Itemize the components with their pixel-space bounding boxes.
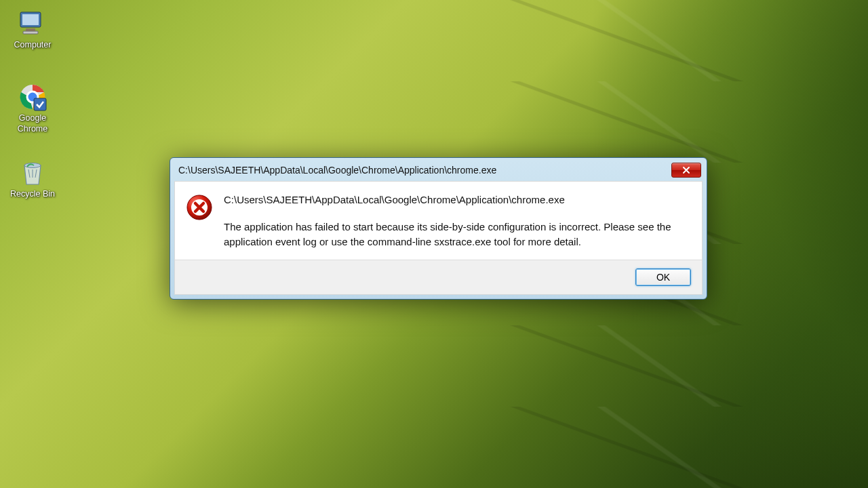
- error-icon: [186, 194, 213, 221]
- error-dialog: C:\Users\SAJEETH\AppData\Local\Google\Ch…: [170, 157, 707, 300]
- computer-icon: [16, 9, 49, 38]
- dialog-body: C:\Users\SAJEETH\AppData\Local\Google\Ch…: [174, 181, 703, 260]
- desktop[interactable]: Computer Google Chrome Recycle: [0, 0, 868, 488]
- close-button[interactable]: [671, 163, 701, 178]
- dialog-message-area: C:\Users\SAJEETH\AppData\Local\Google\Ch…: [224, 192, 688, 249]
- dialog-path-text: C:\Users\SAJEETH\AppData\Local\Google\Ch…: [224, 192, 688, 207]
- desktop-icon-computer[interactable]: Computer: [5, 9, 60, 51]
- desktop-icon-label: Computer: [5, 40, 60, 51]
- svg-rect-2: [26, 28, 35, 31]
- svg-rect-1: [22, 14, 39, 25]
- chrome-icon: [16, 83, 49, 111]
- dialog-title: C:\Users\SAJEETH\AppData\Local\Google\Ch…: [178, 165, 671, 176]
- dialog-message-text: The application has failed to start beca…: [224, 220, 688, 249]
- dialog-button-row: OK: [174, 260, 703, 295]
- svg-rect-3: [23, 31, 38, 34]
- desktop-icon-label: Google Chrome: [5, 113, 60, 134]
- desktop-icon-label: Recycle Bin: [5, 189, 60, 200]
- close-icon: [682, 166, 690, 174]
- ok-button[interactable]: OK: [635, 268, 691, 286]
- dialog-titlebar[interactable]: C:\Users\SAJEETH\AppData\Local\Google\Ch…: [174, 162, 703, 181]
- svg-rect-6: [34, 98, 46, 110]
- recycle-bin-icon: [16, 159, 49, 187]
- desktop-icon-recycle-bin[interactable]: Recycle Bin: [5, 159, 60, 200]
- desktop-icon-chrome[interactable]: Google Chrome: [5, 83, 60, 134]
